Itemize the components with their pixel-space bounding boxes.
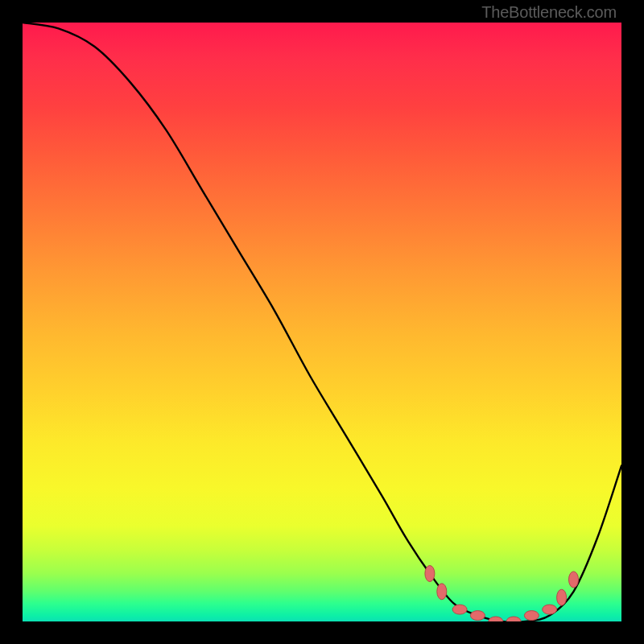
marker-bead <box>489 617 503 621</box>
watermark-text: TheBottleneck.com <box>481 3 617 22</box>
marker-bead <box>543 605 557 614</box>
chart-frame <box>23 23 621 621</box>
optimal-range-markers <box>23 23 621 621</box>
marker-bead <box>437 584 447 600</box>
marker-bead <box>524 611 539 621</box>
marker-bead <box>452 605 467 614</box>
marker-bead <box>425 566 435 582</box>
marker-bead <box>557 589 567 605</box>
marker-bead <box>506 617 521 621</box>
marker-bead <box>470 611 485 621</box>
marker-bead <box>569 572 579 588</box>
